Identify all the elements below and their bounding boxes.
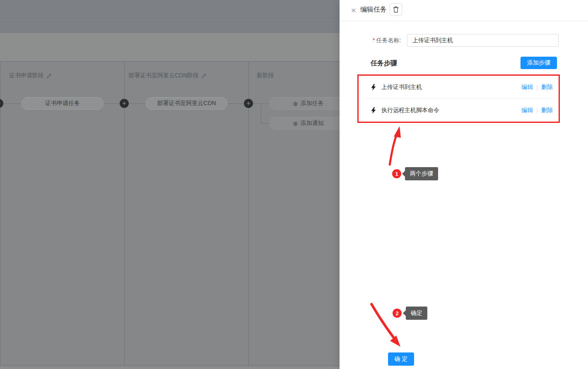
edit-step-link[interactable]: 编辑 [521, 84, 533, 91]
add-notification-node[interactable]: ⊕ 添加通知 [270, 117, 347, 129]
delete-task-button[interactable] [390, 3, 402, 16]
arrow-up-head [394, 126, 401, 138]
task-node-label: 部署证书至阿里云CDN [157, 100, 216, 107]
edit-pencil-icon[interactable] [46, 73, 52, 79]
step-row-2[interactable]: 执行远程主机脚本命令 编辑 | 删除 [359, 99, 559, 122]
circle-plus-icon: ⊕ [293, 120, 298, 127]
step-name: 上传证书到主机 [381, 84, 521, 91]
plus-icon: + [122, 100, 126, 107]
circle-plus-icon: ⊕ [293, 101, 298, 107]
tooltip-text: 确定 [411, 309, 422, 317]
lightning-icon [371, 84, 376, 91]
edit-step-link[interactable]: 编辑 [521, 107, 533, 114]
edit-task-drawer: × 编辑任务 *任务名称: 任务步骤 添加步骤 上传证书到主机 编辑 | 删除 [340, 0, 588, 369]
pipeline-toolbar-dimmed [0, 33, 340, 62]
annotation-tooltip-2: 确定 [406, 307, 427, 320]
step-row-1[interactable]: 上传证书到主机 编辑 | 删除 [359, 76, 559, 98]
add-step-button[interactable]: 添加步骤 [521, 57, 557, 69]
annotation-arrows [340, 0, 588, 369]
stage-title-text: 部署证书至阿里云CDN阶段 [128, 72, 199, 79]
stage-title-2: 部署证书至阿里云CDN阶段 [128, 72, 207, 79]
tooltip-text: 两个步骤 [410, 170, 433, 177]
required-asterisk: * [373, 37, 375, 43]
insert-stage-plus-button[interactable]: + [244, 99, 253, 108]
app-header-divider [0, 17, 340, 18]
link-separator: | [536, 107, 538, 114]
annotation-highlight-box: 上传证书到主机 编辑 | 删除 执行远程主机脚本命令 编辑 | 删除 [357, 74, 560, 123]
add-notification-label: 添加通知 [301, 120, 324, 127]
task-node-cert-apply[interactable]: 证书申请任务 [22, 97, 104, 110]
close-icon[interactable]: × [349, 5, 359, 16]
step-name: 执行远程主机脚本命令 [381, 107, 521, 114]
task-node-deploy-cdn[interactable]: 部署证书至阿里云CDN [146, 97, 227, 110]
drawer-title: 编辑任务 [360, 5, 387, 14]
confirm-button[interactable]: 确 定 [388, 352, 414, 366]
task-name-form-row: *任务名称: [340, 34, 588, 47]
stage-title-text: 新阶段 [257, 72, 274, 79]
insert-stage-plus-button[interactable]: + [0, 99, 3, 108]
pipeline-canvas: 证书申请阶段 部署证书至阿里云CDN阶段 新阶段 证书申请任务 部署证书至阿里云… [0, 0, 340, 369]
annotation-badge-1: 1 [392, 169, 401, 178]
delete-step-link[interactable]: 删除 [541, 84, 553, 91]
delete-step-link[interactable]: 删除 [541, 107, 553, 114]
arrow-down-head [390, 335, 400, 347]
stage-title-text: 证书申请阶段 [9, 72, 44, 79]
link-separator: | [536, 84, 538, 91]
drawer-header: × 编辑任务 [340, 0, 588, 21]
plus-icon: + [246, 100, 250, 107]
trash-icon [393, 6, 399, 13]
edit-pencil-icon[interactable] [201, 73, 207, 79]
task-node-label: 证书申请任务 [45, 100, 80, 107]
annotation-badge-2: 2 [393, 309, 402, 318]
stage-title-3: 新阶段 [257, 72, 274, 79]
add-task-node[interactable]: ⊕ 添加任务 [270, 97, 347, 110]
branch-connector-vertical [261, 103, 261, 123]
task-name-input[interactable] [407, 34, 559, 47]
task-name-label: *任务名称: [373, 37, 401, 44]
canvas-bottom-strip [0, 366, 340, 369]
plus-icon: + [0, 100, 1, 107]
app-header-dimmed [0, 0, 340, 33]
lightning-icon [371, 107, 376, 114]
branch-connector-stub [261, 123, 270, 124]
annotation-tooltip-1: 两个步骤 [405, 167, 438, 180]
insert-stage-plus-button[interactable]: + [120, 99, 129, 108]
task-steps-heading: 任务步骤 [371, 59, 397, 68]
stage-title-1: 证书申请阶段 [9, 72, 52, 79]
add-task-label: 添加任务 [301, 100, 324, 107]
